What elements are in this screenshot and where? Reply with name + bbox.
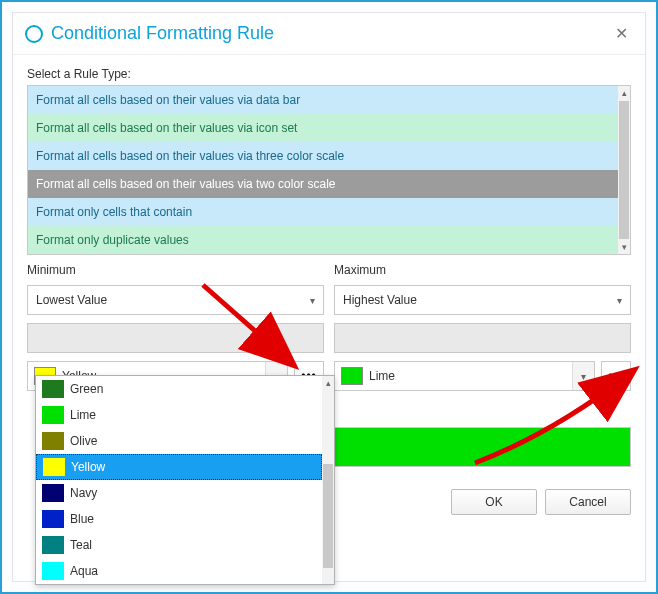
app-logo-icon bbox=[25, 25, 43, 43]
close-button[interactable]: ✕ bbox=[609, 22, 633, 46]
color-option-label: Blue bbox=[70, 512, 94, 526]
ok-button[interactable]: OK bbox=[451, 489, 537, 515]
color-option-swatch bbox=[42, 562, 64, 580]
rule-type-item[interactable]: Format all cells based on their values v… bbox=[28, 86, 618, 114]
chevron-down-icon: ▾ bbox=[617, 295, 622, 306]
color-option-label: Lime bbox=[70, 408, 96, 422]
rule-type-item[interactable]: Format only duplicate values bbox=[28, 226, 618, 254]
preview-bar bbox=[334, 427, 631, 467]
color-dropdown-popup[interactable]: GreenLimeOliveYellowNavyBlueTealAqua ▴ ▾ bbox=[35, 375, 335, 585]
maximum-color-row: Lime ▾ ••• bbox=[334, 361, 631, 391]
maximum-type-value: Highest Value bbox=[343, 293, 617, 307]
dialog-window: Conditional Formatting Rule ✕ Select a R… bbox=[12, 12, 646, 582]
color-option-swatch bbox=[42, 484, 64, 502]
scroll-thumb[interactable] bbox=[619, 101, 629, 239]
rule-type-list[interactable]: Format all cells based on their values v… bbox=[28, 86, 618, 254]
dialog-buttons: OK Cancel bbox=[334, 489, 631, 515]
maximum-color-more-button[interactable]: ••• bbox=[601, 361, 631, 391]
titlebar: Conditional Formatting Rule ✕ bbox=[13, 13, 645, 55]
maximum-color-name: Lime bbox=[369, 369, 566, 383]
rule-type-label: Select a Rule Type: bbox=[27, 67, 631, 81]
rule-type-item[interactable]: Format all cells based on their values v… bbox=[28, 170, 618, 198]
chevron-down-icon: ▾ bbox=[310, 295, 315, 306]
maximum-type-dropdown[interactable]: Highest Value ▾ bbox=[334, 285, 631, 315]
color-option-label: Aqua bbox=[70, 564, 98, 578]
color-option-swatch bbox=[43, 458, 65, 476]
color-dropdown-list[interactable]: GreenLimeOliveYellowNavyBlueTealAqua bbox=[36, 376, 322, 584]
color-option[interactable]: Blue bbox=[36, 506, 322, 532]
minimum-value-input[interactable] bbox=[27, 323, 324, 353]
color-option-label: Teal bbox=[70, 538, 92, 552]
rule-type-item[interactable]: Format all cells based on their values v… bbox=[28, 114, 618, 142]
minimum-type-value: Lowest Value bbox=[36, 293, 310, 307]
color-option-swatch bbox=[42, 406, 64, 424]
color-option[interactable]: Yellow bbox=[36, 454, 322, 480]
maximum-color-chevron-button[interactable]: ▾ bbox=[572, 362, 594, 390]
color-option-label: Green bbox=[70, 382, 103, 396]
color-option[interactable]: Navy bbox=[36, 480, 322, 506]
color-option[interactable]: Olive bbox=[36, 428, 322, 454]
rule-type-scrollbar[interactable]: ▴ ▾ bbox=[618, 86, 630, 254]
scroll-up-icon[interactable]: ▴ bbox=[618, 86, 630, 100]
minimum-type-dropdown[interactable]: Lowest Value ▾ bbox=[27, 285, 324, 315]
color-option[interactable]: Lime bbox=[36, 402, 322, 428]
color-option[interactable]: Aqua bbox=[36, 558, 322, 584]
color-option-label: Navy bbox=[70, 486, 97, 500]
minimum-label: Minimum bbox=[27, 263, 324, 277]
color-option-swatch bbox=[42, 432, 64, 450]
scroll-up-icon[interactable]: ▴ bbox=[322, 376, 334, 390]
rule-type-item[interactable]: Format only cells that contain bbox=[28, 198, 618, 226]
dialog-title: Conditional Formatting Rule bbox=[51, 23, 609, 44]
color-option-swatch bbox=[42, 380, 64, 398]
rule-type-list-container: Format all cells based on their values v… bbox=[27, 85, 631, 255]
maximum-color-dropdown[interactable]: Lime ▾ bbox=[334, 361, 595, 391]
scroll-thumb[interactable] bbox=[323, 464, 333, 568]
maximum-column: Maximum Highest Value ▾ Lime ▾ ••• O bbox=[334, 263, 631, 515]
color-option-swatch bbox=[42, 536, 64, 554]
rule-type-item[interactable]: Format all cells based on their values v… bbox=[28, 142, 618, 170]
color-option-label: Yellow bbox=[71, 460, 105, 474]
color-dropdown-scrollbar[interactable]: ▴ ▾ bbox=[322, 376, 334, 584]
chevron-down-icon: ▾ bbox=[581, 371, 586, 382]
maximum-color-swatch bbox=[341, 367, 363, 385]
cancel-button[interactable]: Cancel bbox=[545, 489, 631, 515]
color-option[interactable]: Green bbox=[36, 376, 322, 402]
scroll-down-icon[interactable]: ▾ bbox=[618, 240, 630, 254]
screenshot-frame: Conditional Formatting Rule ✕ Select a R… bbox=[0, 0, 658, 594]
maximum-value-input[interactable] bbox=[334, 323, 631, 353]
maximum-label: Maximum bbox=[334, 263, 631, 277]
color-option-swatch bbox=[42, 510, 64, 528]
color-option[interactable]: Teal bbox=[36, 532, 322, 558]
color-option-label: Olive bbox=[70, 434, 97, 448]
